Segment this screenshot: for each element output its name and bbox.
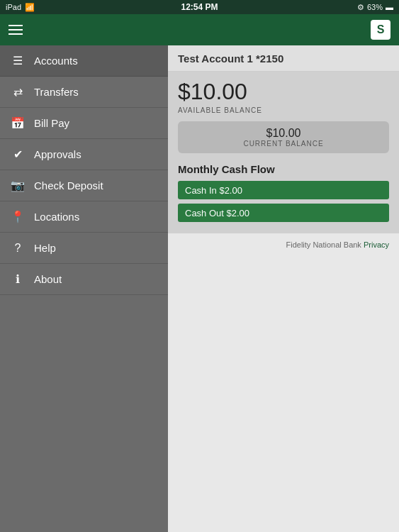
status-left: iPad 📶 xyxy=(6,3,35,12)
battery-percent: 63% xyxy=(367,3,383,11)
footer: Fidelity National Bank Privacy xyxy=(168,233,399,256)
locations-icon: 📍 xyxy=(10,210,26,223)
footer-bank-name: Fidelity National Bank xyxy=(286,240,361,249)
battery-icon: ▬ xyxy=(386,3,393,11)
sidebar-label-about: About xyxy=(34,273,62,285)
accounts-icon: ☰ xyxy=(10,54,26,67)
sidebar-item-transfers[interactable]: ⇄ Transfers xyxy=(0,77,168,108)
cash-out-bar: Cash Out $2.00 xyxy=(178,204,389,222)
account-card: $10.00 AVAILABLE BALANCE $10.00 CURRENT … xyxy=(168,72,399,233)
help-icon: ? xyxy=(10,242,26,255)
sidebar-label-accounts: Accounts xyxy=(34,55,78,67)
nav-logo: S xyxy=(371,20,390,40)
sidebar-item-accounts[interactable]: ☰ Accounts xyxy=(0,45,168,77)
status-right: ⚙ 63% ▬ xyxy=(357,3,393,12)
sidebar-label-bill-pay: Bill Pay xyxy=(34,117,69,129)
sidebar: ☰ Accounts ⇄ Transfers 📅 Bill Pay ✔ Appr… xyxy=(0,45,168,532)
sidebar-item-about[interactable]: ℹ About xyxy=(0,264,168,295)
sidebar-item-locations[interactable]: 📍 Locations xyxy=(0,201,168,233)
cash-in-label: Cash In $2.00 xyxy=(185,185,242,196)
status-time: 12:54 PM xyxy=(181,2,218,12)
current-balance-label: CURRENT BALANCE xyxy=(184,140,383,148)
current-balance-box: $10.00 CURRENT BALANCE xyxy=(178,121,389,153)
check-deposit-icon: 📷 xyxy=(10,179,26,192)
sidebar-label-help: Help xyxy=(34,242,56,254)
cash-flow-title: Monthly Cash Flow xyxy=(178,163,389,175)
sidebar-label-transfers: Transfers xyxy=(34,86,79,98)
available-balance-amount: $10.00 xyxy=(178,79,389,105)
sidebar-item-approvals[interactable]: ✔ Approvals xyxy=(0,139,168,170)
sidebar-label-locations: Locations xyxy=(34,211,79,223)
body-split: ☰ Accounts ⇄ Transfers 📅 Bill Pay ✔ Appr… xyxy=(0,45,399,532)
status-bar: iPad 📶 12:54 PM ⚙ 63% ▬ xyxy=(0,0,399,14)
available-balance-label: AVAILABLE BALANCE xyxy=(178,106,389,114)
device-label: iPad xyxy=(6,3,21,11)
hamburger-button[interactable] xyxy=(9,25,23,35)
bill-pay-icon: 📅 xyxy=(10,116,26,130)
wifi-icon: 📶 xyxy=(25,3,35,12)
sidebar-label-approvals: Approvals xyxy=(34,148,82,160)
app-container: S ☰ Accounts ⇄ Transfers 📅 Bill Pay ✔ Ap… xyxy=(0,14,399,532)
footer-privacy-link[interactable]: Privacy xyxy=(364,240,389,249)
account-title: Test Account 1 *2150 xyxy=(178,52,283,65)
current-balance-amount: $10.00 xyxy=(184,127,383,140)
transfers-icon: ⇄ xyxy=(10,85,26,99)
sidebar-item-check-deposit[interactable]: 📷 Check Deposit xyxy=(0,170,168,201)
sidebar-item-bill-pay[interactable]: 📅 Bill Pay xyxy=(0,108,168,139)
cash-out-label: Cash Out $2.00 xyxy=(185,208,249,218)
sidebar-label-check-deposit: Check Deposit xyxy=(34,179,103,192)
sidebar-item-help[interactable]: ? Help xyxy=(0,233,168,264)
approvals-icon: ✔ xyxy=(10,148,26,161)
about-icon: ℹ xyxy=(10,272,26,286)
screen-rotation-icon: ⚙ xyxy=(357,3,364,12)
cash-in-bar: Cash In $2.00 xyxy=(178,181,389,199)
main-content: Test Account 1 *2150 $10.00 AVAILABLE BA… xyxy=(168,45,399,532)
nav-bar: S xyxy=(0,14,399,45)
account-header: Test Account 1 *2150 xyxy=(168,45,399,72)
